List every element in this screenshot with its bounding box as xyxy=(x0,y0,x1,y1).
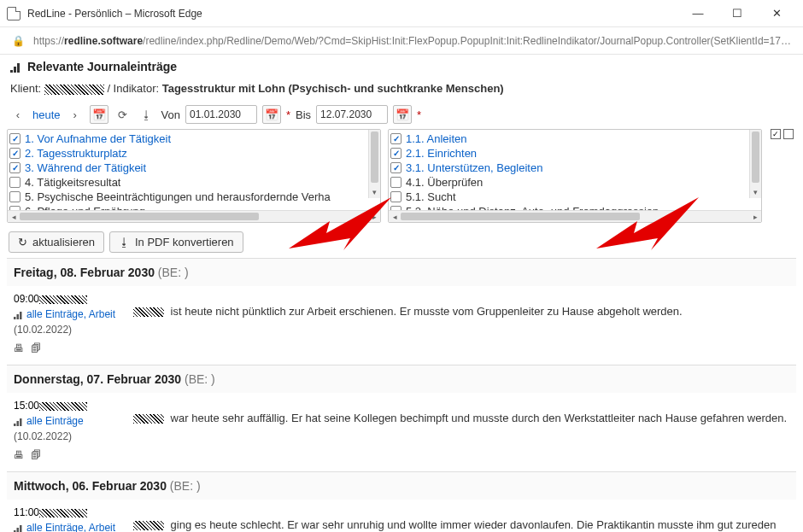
pdf-export-button[interactable]: ⭳ In PDF konvertieren xyxy=(109,231,243,253)
scrollbar-horizontal[interactable]: ◂▸ xyxy=(8,210,380,222)
entry-be: (BE: ) xyxy=(170,479,201,493)
entry-created: (10.02.2022) xyxy=(14,322,125,337)
svg-rect-10 xyxy=(20,418,22,426)
bis-input[interactable] xyxy=(316,105,388,124)
print-icon[interactable]: 🖶 xyxy=(14,447,24,463)
check-all-icon[interactable] xyxy=(771,129,781,139)
list-item-label: 4.1. Überprüfen xyxy=(406,176,483,189)
svg-rect-12 xyxy=(17,528,20,532)
checkbox-icon[interactable] xyxy=(390,148,402,159)
scrollbar-vertical[interactable]: ▾ xyxy=(749,130,761,198)
lock-icon: 🔒 xyxy=(12,35,25,47)
refresh-icon: ↻ xyxy=(18,236,27,248)
scrollbar-vertical[interactable]: ▾ xyxy=(368,130,380,198)
checkbox-icon[interactable] xyxy=(9,191,21,202)
checkbox-icon[interactable] xyxy=(9,162,21,173)
next-button[interactable]: › xyxy=(66,105,85,124)
chart-icon xyxy=(14,524,24,532)
list-item[interactable]: 2.1. Einrichten xyxy=(390,146,760,161)
required-marker: * xyxy=(286,108,290,121)
entry-header: Donnerstag, 07. Februar 2030 (BE: ) xyxy=(7,365,796,393)
svg-rect-8 xyxy=(14,424,16,426)
checkbox-icon[interactable] xyxy=(9,133,21,144)
category-list-left: 1. Vor Aufnahme der Tätigkeit2. Tagesstr… xyxy=(7,129,381,223)
entry-date: Freitag, 08. Februar 2030 xyxy=(14,266,155,279)
minimize-button[interactable]: — xyxy=(678,0,718,27)
print-icon[interactable]: 🖶 xyxy=(14,341,24,356)
entry-header: Freitag, 08. Februar 2030 (BE: ) xyxy=(7,259,796,286)
select-all-right xyxy=(771,129,794,139)
download-icon[interactable]: ⭳ xyxy=(138,105,156,124)
download-icon: ⭳ xyxy=(119,236,130,248)
von-input[interactable] xyxy=(185,105,257,124)
list-item[interactable]: 3. Während der Tätigkeit xyxy=(9,161,379,175)
pdf-label: In PDF konvertieren xyxy=(135,236,234,248)
journal-entry: Freitag, 08. Februar 2030 (BE: )09:00all… xyxy=(7,259,796,365)
journal-entry: Mittwoch, 06. Februar 2030 (BE: )11:00al… xyxy=(7,472,796,532)
list-item[interactable]: 3.1. Unterstützen, Begleiten xyxy=(390,161,760,175)
journal-entry: Donnerstag, 07. Februar 2030 (BE: )15:00… xyxy=(7,365,796,472)
svg-rect-5 xyxy=(14,317,16,319)
today-link[interactable]: heute xyxy=(32,108,61,121)
list-item-label: 4. Tätigkeitsresultat xyxy=(25,176,120,189)
entry-header: Mittwoch, 06. Februar 2030 (BE: ) xyxy=(7,472,796,500)
prev-button[interactable]: ‹ xyxy=(9,105,27,124)
redacted xyxy=(39,402,87,411)
indikator-value: Tagesstruktur mit Lohn (Psychisch- und s… xyxy=(162,82,504,95)
copy-icon[interactable]: 🗐 xyxy=(31,341,41,356)
checkbox-icon[interactable] xyxy=(390,133,402,144)
entry-date: Mittwoch, 06. Februar 2030 xyxy=(14,479,167,493)
svg-rect-6 xyxy=(17,314,20,319)
maximize-button[interactable]: ☐ xyxy=(718,0,757,27)
entry-time: 15:00 xyxy=(14,400,39,412)
uncheck-all-icon[interactable] xyxy=(783,129,794,139)
bis-calendar-icon[interactable]: 📅 xyxy=(393,105,412,124)
required-marker: * xyxy=(417,108,421,121)
list-item[interactable]: 1. Vor Aufnahme der Tätigkeit xyxy=(9,132,379,146)
klient-indikator-row: Klient: / Indikator: Tagesstruktur mit L… xyxy=(7,79,796,103)
entry-be: (BE: ) xyxy=(158,266,189,279)
refresh-icon[interactable]: ⟳ xyxy=(114,105,132,124)
entry-tags-link[interactable]: alle Einträge xyxy=(26,415,84,427)
entry-meta: 11:00alle Einträge, Arbeit(10.02.2022)🖶🗐 xyxy=(14,505,125,532)
chart-icon xyxy=(14,418,24,426)
von-calendar-icon[interactable]: 📅 xyxy=(262,105,281,124)
svg-rect-9 xyxy=(17,421,20,426)
list-item[interactable]: 1.1. Anleiten xyxy=(390,132,760,146)
document-icon xyxy=(7,7,21,20)
list-item[interactable]: 5.2. Nähe und Distanz, Auto- und Fremdag… xyxy=(390,204,760,210)
list-item-label: 1. Vor Aufnahme der Tätigkeit xyxy=(25,132,171,145)
redacted xyxy=(39,295,87,304)
calendar-today-icon[interactable]: 📅 xyxy=(90,105,108,124)
list-item[interactable]: 2. Tagesstrukturplatz xyxy=(9,146,379,161)
entry-tags-link[interactable]: alle Einträge, Arbeit xyxy=(26,522,115,532)
redacted xyxy=(39,509,87,517)
checkbox-icon[interactable] xyxy=(390,162,402,173)
redacted xyxy=(133,307,164,317)
list-item-label: 3.1. Unterstützen, Begleiten xyxy=(406,161,542,174)
list-item[interactable]: 6. Pflege und Ernährung xyxy=(9,204,379,210)
category-list-right: 1.1. Anleiten2.1. Einrichten3.1. Unterst… xyxy=(388,129,762,223)
window-titlebar: RedLine - Persönlich – Microsoft Edge — … xyxy=(0,0,803,27)
redacted xyxy=(133,521,164,530)
refresh-button[interactable]: ↻ aktualisieren xyxy=(9,231,104,253)
list-item[interactable]: 4.1. Überprüfen xyxy=(390,175,760,190)
list-item[interactable]: 5.1. Sucht xyxy=(390,190,760,204)
list-item[interactable]: 4. Tätigkeitsresultat xyxy=(9,175,379,190)
checkbox-icon[interactable] xyxy=(9,148,21,159)
chart-icon xyxy=(14,311,24,319)
close-button[interactable]: ✕ xyxy=(757,0,796,27)
copy-icon[interactable]: 🗐 xyxy=(31,447,41,463)
list-item[interactable]: 5. Psychische Beeinträchtigungen und her… xyxy=(9,190,379,204)
url-text[interactable]: https://redline.software/redline/index.p… xyxy=(33,35,791,47)
svg-rect-0 xyxy=(10,70,13,73)
checkbox-icon[interactable] xyxy=(390,177,402,188)
checkbox-icon[interactable] xyxy=(9,177,21,188)
checkbox-icon[interactable] xyxy=(390,191,402,202)
list-item-label: 5. Psychische Beeinträchtigungen und her… xyxy=(25,190,331,203)
entry-text: war heute sehr auffällig. Er hat seine K… xyxy=(133,398,789,463)
svg-rect-2 xyxy=(17,63,20,73)
entry-tags-link[interactable]: alle Einträge, Arbeit xyxy=(26,308,115,320)
journal-icon xyxy=(10,61,22,73)
scrollbar-horizontal[interactable]: ◂▸ xyxy=(389,210,761,222)
